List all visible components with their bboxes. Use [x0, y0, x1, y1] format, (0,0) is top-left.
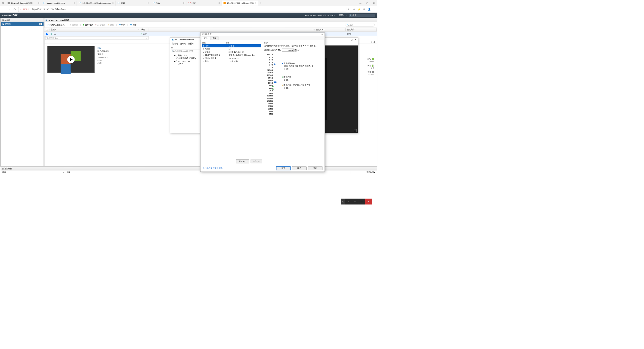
profile-icon[interactable]: 👤: [368, 8, 371, 11]
col-host-mem[interactable]: 主机内存▾: [346, 28, 377, 31]
browser-tab[interactable]: 📄TSM×: [116, 1, 151, 6]
nav-item-virtual-machines[interactable]: ▣ 虚拟机 1: [1, 22, 44, 26]
star-icon[interactable]: ✩: [353, 8, 355, 11]
user-menu[interactable]: yameng_huang@10.128.137.170: [305, 14, 335, 16]
browser-tab[interactable]: 📄Management System×: [41, 1, 77, 6]
plus-icon: 📄: [47, 24, 50, 26]
close-icon[interactable]: ×: [148, 2, 149, 4]
tab-title: NetApp® StorageGRID®: [11, 2, 32, 4]
close-icon[interactable]: ×: [183, 2, 184, 4]
forward-icon[interactable]: →: [7, 8, 11, 11]
ime-indicator[interactable]: 英: [341, 199, 345, 204]
device-row-processor[interactable]: ▣处理器16: [202, 47, 261, 50]
grid-header: 虚拟机▾ 状态 ▾ 主机 CPU▾ 主机内存▾: [44, 28, 377, 32]
scale-bar[interactable]: [274, 53, 277, 107]
address-bar: ← → ⟳ ▲ 不安全 | https://10.128.137.170/ui/…: [0, 6, 377, 13]
expand-icon[interactable]: ⛶: [354, 129, 357, 132]
close-icon[interactable]: ×: [112, 2, 114, 4]
device-list-buttons: 添加(A)... 移除(R): [203, 159, 262, 163]
browser-tab[interactable]: 📄iLO: 10.128.106.13.labs.lenovo.co×: [77, 1, 116, 6]
settings-restricted-link[interactable]: 不允许更改某些设置。: [203, 167, 224, 169]
tray-icon[interactable]: ♪: [359, 199, 365, 204]
close-icon[interactable]: ×: [255, 2, 256, 4]
console-icon: 🖥: [69, 24, 71, 26]
read-aloud-icon[interactable]: A⁺: [348, 8, 350, 11]
sidebar-toggle-icon[interactable]: ▥: [0, 2, 6, 4]
device-row-cddvd[interactable]: ◎CD/DVD 驱动器 1正在使用远程文件 [Storage-1...: [202, 54, 261, 57]
minimize-icon[interactable]: —: [357, 2, 364, 4]
insecure-label: 不安全: [23, 8, 29, 11]
refresh-button[interactable]: ↻刷新: [118, 23, 126, 26]
help-button[interactable]: 帮助: [308, 166, 323, 170]
actions-button[interactable]: ⚙操作: [129, 23, 137, 26]
browser-tab[interactable]: 📄TSM×: [151, 1, 186, 6]
scale-labels: 32.0 TB16 TB8 TB4 TB2 TB1 TB512 GB256 GB…: [264, 53, 274, 107]
memory-scale: 32.0 TB16 TB8 TB4 TB2 TB1 TB512 GB256 GB…: [264, 53, 323, 107]
device-row-display[interactable]: ▭显卡1 个监视器: [202, 60, 261, 63]
host-icon: ▣: [46, 19, 47, 21]
cpu-icon: [372, 58, 374, 60]
suspend-button[interactable]: ⏸挂起: [106, 23, 115, 26]
tray-icon[interactable]: ◆: [365, 199, 372, 204]
help-menu[interactable]: 帮助: [339, 14, 344, 17]
console-button[interactable]: 🖥控制台: [68, 23, 79, 26]
vm-info: HA 客户机操作系 兼容性 VMware Too CPU 内存: [97, 46, 115, 73]
favicon-icon: 📄: [79, 2, 81, 4]
cancel-button[interactable]: 取消: [292, 166, 306, 170]
close-icon[interactable]: ×: [219, 2, 220, 4]
refresh-icon: ↻: [119, 24, 121, 26]
new-tab-button[interactable]: +: [258, 2, 263, 5]
tab-options[interactable]: 选项: [210, 36, 219, 40]
vm-icon: ▣: [2, 23, 4, 25]
refresh-icon[interactable]: ⟳: [13, 8, 17, 11]
tray-icon[interactable]: ☽: [345, 199, 352, 204]
back-icon[interactable]: ←: [2, 8, 6, 11]
power-off-button[interactable]: ■关闭电源: [94, 23, 105, 26]
browser-tab[interactable]: NetApp® StorageGRID®×: [6, 1, 41, 6]
col-task[interactable]: 任务▾: [1, 171, 65, 174]
vm-search-input[interactable]: 搜索: [345, 23, 375, 26]
memory-input[interactable]: [282, 49, 294, 52]
device-row-memory[interactable]: ▦内存16 GB: [202, 44, 261, 47]
collections-icon[interactable]: ⊞: [363, 8, 365, 11]
browser-tab-active[interactable]: 🟧10.128.137.170 - VMware ESXi×: [222, 1, 258, 6]
url-input[interactable]: ▲ 不安全 | https://10.128.137.170/ui/#/host…: [18, 7, 346, 12]
col-vm[interactable]: 虚拟机▾: [49, 28, 140, 31]
slider-handle[interactable]: [274, 81, 276, 83]
col-finish-time[interactable]: 完成时间 ▾: [350, 171, 377, 174]
tab-title: Management System: [47, 2, 65, 4]
tab-hardware[interactable]: 硬件: [202, 36, 210, 40]
global-search-input[interactable]: 搜索: [349, 14, 375, 17]
nav-icon: ▥: [2, 19, 4, 21]
col-host-cpu[interactable]: 主机 CPU▾: [315, 28, 346, 31]
tab-title: HDM: [192, 2, 196, 4]
display-icon: ▭: [202, 60, 204, 62]
device-row-network[interactable]: ⌾网络适配器 1VM Network: [202, 57, 261, 60]
close-icon[interactable]: ×: [74, 2, 75, 4]
spinner-down-icon[interactable]: ▼: [295, 50, 297, 51]
create-vm-button[interactable]: 📄创建/注册虚拟机: [47, 23, 65, 26]
close-icon[interactable]: ✕: [371, 2, 377, 4]
tray-icon[interactable]: ⎈: [352, 199, 359, 204]
ok-button[interactable]: 确定: [276, 166, 291, 170]
quick-filter-select[interactable]: 快速筛选器...▾: [45, 36, 149, 40]
close-icon[interactable]: ×: [38, 2, 40, 4]
maximize-icon[interactable]: ▢: [364, 2, 371, 4]
memory-spinner[interactable]: ▲▼: [295, 49, 297, 52]
vm-count-badge: 1: [39, 23, 42, 25]
favorites-icon[interactable]: ⭐: [358, 8, 361, 11]
vm-settings-dialog: 虚拟机设置 ✕ 硬件 选项 设备摘要 ▦内存16 GB ▣处理器16 ◍硬盘 1…: [200, 32, 325, 172]
favicon-icon: 📄: [153, 2, 155, 4]
browser-tab[interactable]: HDMHDM×: [186, 1, 222, 6]
add-device-button[interactable]: 添加(A)...: [236, 159, 249, 163]
power-on-button[interactable]: ▶打开电源: [82, 23, 94, 26]
navigator-title: ▥导航器: [1, 18, 44, 22]
menu-icon[interactable]: ⋯: [374, 8, 376, 11]
vm-thumbnail[interactable]: [47, 46, 95, 73]
select-all-checkbox[interactable]: [44, 29, 49, 31]
device-row-harddisk[interactable]: ◍硬盘 1200 GB (预先分配): [202, 50, 261, 53]
favicon-icon: 🟧: [223, 2, 226, 4]
col-status[interactable]: 状态: [140, 28, 149, 31]
row-checkbox[interactable]: [46, 33, 48, 35]
close-icon[interactable]: ✕: [321, 33, 323, 36]
